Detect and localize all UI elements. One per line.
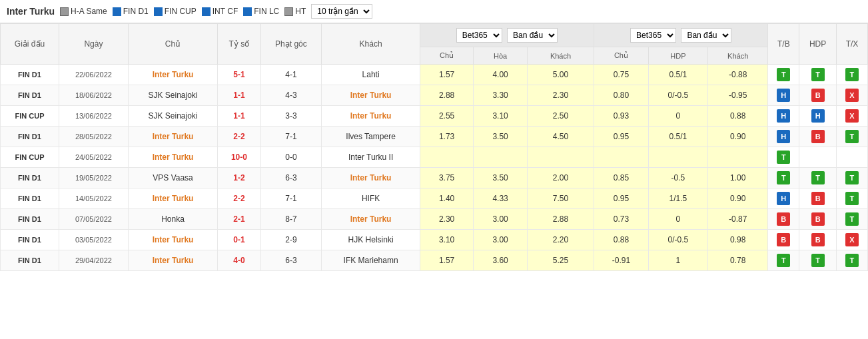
badge-cell: B [799, 85, 837, 106]
score-cell: 2-2 [218, 188, 260, 209]
odds-cell: 3.10 [420, 230, 474, 250]
odds-cell: 4.33 [474, 188, 528, 209]
table-cell: 3-3 [260, 106, 322, 127]
filter-ha-same[interactable]: H-A Same [60, 7, 107, 16]
result-badge: T [845, 254, 859, 267]
checkbox-fin-cup[interactable] [154, 7, 163, 16]
table-cell[interactable]: Inter Turku [322, 209, 420, 230]
table-cell[interactable]: Inter Turku [128, 230, 218, 250]
team-link[interactable]: Inter Turku [350, 214, 392, 224]
badge-cell: T [836, 65, 867, 85]
filter-int-cf[interactable]: INT CF [202, 7, 238, 16]
team-link[interactable]: Inter Turku [153, 132, 194, 141]
book2-select[interactable]: Bet365 [630, 28, 676, 43]
odds-group-1-header[interactable]: Bet365 Ban đầu [420, 24, 594, 47]
score-cell: 2-2 [218, 127, 260, 147]
odds-cell: -0.95 [707, 85, 767, 106]
table-cell[interactable]: Inter Turku [128, 250, 218, 271]
odds-cell: 0.80 [594, 85, 649, 106]
team-link[interactable]: Inter Turku [153, 194, 194, 203]
odds-cell: 1.00 [707, 168, 767, 188]
table-cell: 4-3 [260, 85, 322, 106]
table-cell[interactable]: Inter Turku [128, 127, 218, 147]
odds-cell [474, 147, 528, 168]
result-badge: B [777, 233, 790, 246]
table-cell: Honka [128, 209, 218, 230]
result-badge: X [845, 109, 859, 123]
filter-fin-cup[interactable]: FIN CUP [154, 7, 197, 16]
table-cell[interactable]: Inter Turku [128, 147, 218, 168]
team-link[interactable]: Inter Turku [153, 256, 194, 265]
table-body: FIN D122/06/2022Inter Turku5-14-1Lahti1.… [1, 65, 868, 271]
team-link[interactable]: Inter Turku [153, 153, 194, 162]
table-cell: 0-0 [260, 147, 322, 168]
filter-fin-cup-label: FIN CUP [165, 7, 197, 16]
result-badge: H [777, 89, 790, 102]
badge-cell: X [836, 230, 867, 250]
sub-khach2: Khách [707, 47, 767, 65]
odds-cell: 2.20 [527, 230, 594, 250]
table-cell: Ilves Tampere [322, 127, 420, 147]
team-link[interactable]: Inter Turku [350, 111, 392, 121]
score-value: 2-2 [233, 194, 244, 203]
odds-cell: 2.00 [527, 168, 594, 188]
table-cell: 24/05/2022 [59, 147, 129, 168]
odds-cell: 1.40 [420, 188, 474, 209]
checkbox-ha-same[interactable] [60, 7, 69, 16]
odds-cell: 3.50 [474, 168, 528, 188]
checkbox-ht[interactable] [284, 7, 293, 16]
odds-cell: 0.73 [594, 209, 649, 230]
sub-hoa: Hòa [474, 47, 528, 65]
type1-select[interactable]: Ban đầu [507, 28, 558, 43]
badge-cell: T [799, 168, 837, 188]
table-cell: 18/06/2022 [59, 85, 129, 106]
table-cell[interactable]: Inter Turku [322, 168, 420, 188]
score-cell: 0-1 [218, 230, 260, 250]
team-link[interactable]: Inter Turku [350, 173, 392, 182]
checkbox-fin-lc[interactable] [243, 7, 252, 16]
table-cell[interactable]: Inter Turku [322, 85, 420, 106]
table-cell[interactable]: Inter Turku [322, 106, 420, 127]
book1-select[interactable]: Bet365 [456, 28, 502, 43]
col-hdp2: HDP [799, 24, 837, 65]
odds-cell: -0.5 [648, 168, 707, 188]
badge-cell: T [768, 147, 799, 168]
result-badge: B [811, 212, 825, 226]
odds-cell: 5.00 [527, 65, 594, 85]
col-score: Tỷ số [218, 24, 260, 65]
filter-fin-d1[interactable]: FIN D1 [113, 7, 149, 16]
badge-cell: H [799, 106, 837, 127]
table-cell: 7-1 [260, 127, 322, 147]
table-cell: Inter Turku II [322, 147, 420, 168]
badge-cell: T [836, 127, 867, 147]
score-value: 5-1 [233, 70, 244, 79]
result-badge: H [777, 130, 790, 143]
filter-fin-lc[interactable]: FIN LC [243, 7, 279, 16]
score-value: 0-1 [233, 235, 244, 244]
team-link[interactable]: Inter Turku [153, 235, 194, 244]
table-cell: 07/05/2022 [59, 209, 129, 230]
odds-group-2-header[interactable]: Bet365 Ban đầu [594, 24, 768, 47]
result-badge: H [777, 109, 790, 123]
table-cell: 28/05/2022 [59, 127, 129, 147]
result-badge: H [811, 109, 825, 123]
odds-cell: 0/-0.5 [648, 230, 707, 250]
badge-cell: T [836, 209, 867, 230]
filter-ht[interactable]: HT [284, 7, 306, 16]
col-league: Giải đấu [1, 24, 59, 65]
checkbox-int-cf[interactable] [202, 7, 211, 16]
recent-matches-select[interactable]: 10 trận gần 5 trận gần 20 trận gần [311, 4, 372, 19]
badge-cell: T [768, 65, 799, 85]
checkbox-fin-d1[interactable] [113, 7, 121, 16]
result-badge: T [811, 171, 825, 184]
type2-select[interactable]: Ban đầu [681, 28, 731, 43]
team-link[interactable]: Inter Turku [153, 70, 194, 79]
table-cell: FIN D1 [1, 209, 59, 230]
table-cell[interactable]: Inter Turku [128, 188, 218, 209]
table-cell[interactable]: Inter Turku [128, 65, 218, 85]
result-badge: T [777, 171, 790, 184]
table-cell: 7-1 [260, 188, 322, 209]
odds-cell: 3.75 [420, 168, 474, 188]
score-value: 2-1 [233, 214, 244, 224]
team-link[interactable]: Inter Turku [350, 91, 392, 100]
